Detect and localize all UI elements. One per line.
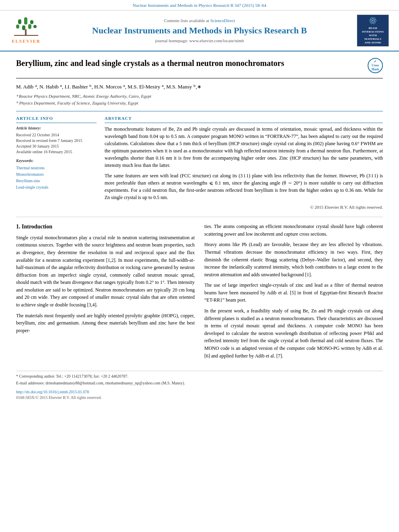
cover-image: BEAMINTERACTIONSWITHMATERIALSAND ATOMS bbox=[357, 14, 389, 47]
intro-heading: 1. Introduction bbox=[16, 223, 195, 231]
body-col-right: ties. The atoms composing an efficient m… bbox=[204, 223, 383, 363]
body-p3: ties. The atoms composing an efficient m… bbox=[204, 223, 383, 238]
journal-url: journal homepage: www.elsevier.com/locat… bbox=[51, 38, 348, 44]
journal-name: Nuclear Instruments and Methods in Physi… bbox=[51, 25, 348, 36]
license-text: 0168-583X/© 2015 Elsevier B.V. All right… bbox=[16, 395, 383, 401]
accepted-date: Accepted 30 January 2015 bbox=[16, 144, 97, 149]
journal-header: ELSEVIER Contents lists available at Sci… bbox=[0, 10, 399, 51]
footnote-email: E-mail addresses: drmohamedmansy88@hotma… bbox=[16, 380, 383, 386]
journal-cover: BEAMINTERACTIONSWITHMATERIALSAND ATOMS bbox=[355, 14, 391, 47]
body-p4: Heavy atoms like Pb (Lead) are favorable… bbox=[204, 241, 383, 278]
svg-rect-7 bbox=[25, 29, 27, 35]
doi-link: http://dx.doi.org/10.1016/j.nimb.2015.01… bbox=[16, 389, 383, 395]
keywords-section: Keywords: Thermal neutrons Monochromator… bbox=[16, 158, 97, 191]
keywords-label: Keywords: bbox=[16, 158, 97, 164]
svg-rect-3 bbox=[16, 25, 19, 29]
keyword-3: Beryllium-zinc bbox=[16, 178, 97, 184]
keyword-4: Lead-single crystals bbox=[16, 184, 97, 191]
abstract-panel: Abstract The monochromatic features of B… bbox=[105, 115, 383, 210]
svg-rect-0 bbox=[18, 19, 21, 24]
body-p5: The use of large imperfect single-crysta… bbox=[204, 281, 383, 304]
revised-date: Received in revised form 7 January 2015 bbox=[16, 138, 97, 144]
article-info-title: Article Info bbox=[16, 115, 97, 123]
body-p6: In the present work, a feasibility study… bbox=[204, 307, 383, 359]
footnote-corresponding: * Corresponding author. Tel.: +20 114217… bbox=[16, 374, 383, 379]
publisher-logo: ELSEVIER bbox=[8, 17, 44, 44]
section-divider bbox=[16, 217, 383, 217]
abstract-title: Abstract bbox=[105, 115, 383, 123]
body-text-col2: ties. The atoms composing an efficient m… bbox=[204, 223, 383, 359]
keywords-list: Thermal neutrons Monochromators Berylliu… bbox=[16, 165, 97, 191]
received-date: Received 22 October 2014 bbox=[16, 132, 97, 138]
journal-bar: Nuclear Instruments and Methods in Physi… bbox=[0, 0, 399, 10]
svg-rect-8 bbox=[14, 35, 38, 36]
affiliations: ᵃ Reactor Physics Department, NRC, Atomi… bbox=[16, 93, 383, 107]
svg-point-12 bbox=[372, 20, 373, 21]
svg-rect-4 bbox=[22, 25, 25, 30]
sciencedirect-anchor[interactable]: ScienceDirect bbox=[210, 18, 235, 23]
main-content: Beryllium, zinc and lead single crystals… bbox=[0, 51, 399, 407]
abstract-p2: The same features are seen with lead (FC… bbox=[105, 172, 383, 201]
available-date: Available online 16 February 2015 bbox=[16, 149, 97, 155]
crossmark-area: ✓CrossMark bbox=[363, 58, 383, 73]
copyright-notice: © 2015 Elsevier B.V. All rights reserved… bbox=[105, 204, 383, 210]
article-title-section: Beryllium, zinc and lead single crystals… bbox=[16, 58, 383, 78]
abstract-p1: The monochromatic features of Be, Zn and… bbox=[105, 125, 383, 169]
affiliation-b: ᵇ Physics Department, Faculty of Science… bbox=[16, 100, 383, 106]
svg-rect-6 bbox=[33, 25, 37, 28]
footnotes: * Corresponding author. Tel.: +20 114217… bbox=[16, 371, 383, 401]
elsevier-logo: ELSEVIER bbox=[12, 17, 41, 44]
elsevier-wordmark: ELSEVIER bbox=[12, 38, 41, 44]
svg-rect-1 bbox=[24, 17, 27, 25]
body-p1: Single crystal monochromators play a cru… bbox=[16, 234, 195, 309]
article-title: Beryllium, zinc and lead single crystals… bbox=[16, 58, 363, 68]
svg-rect-2 bbox=[30, 20, 33, 24]
keyword-1: Thermal neutrons bbox=[16, 165, 97, 171]
body-col-left: 1. Introduction Single crystal monochrom… bbox=[16, 223, 195, 363]
journal-citation: Nuclear Instruments and Methods in Physi… bbox=[133, 3, 266, 8]
article-dates: Article history: Received 22 October 201… bbox=[16, 125, 97, 155]
keyword-2: Monochromators bbox=[16, 171, 97, 178]
authors-line: M. Adib ᵃ, N. Habib ᵃ, I.I. Bashter ᵇ, H… bbox=[16, 83, 383, 90]
journal-title-block: Contents lists available at ScienceDirec… bbox=[51, 18, 348, 44]
sciencedirect-link: Contents lists available at ScienceDirec… bbox=[51, 18, 348, 24]
body-text-col1: Single crystal monochromators play a cru… bbox=[16, 234, 195, 335]
history-label: Article history: bbox=[16, 125, 97, 131]
body-two-col: 1. Introduction Single crystal monochrom… bbox=[16, 223, 383, 363]
crossmark-badge: ✓CrossMark bbox=[368, 58, 383, 73]
article-info-abstract: Article Info Article history: Received 2… bbox=[16, 111, 383, 210]
article-info-panel: Article Info Article history: Received 2… bbox=[16, 115, 97, 210]
svg-rect-5 bbox=[28, 24, 31, 29]
affiliation-a: ᵃ Reactor Physics Department, NRC, Atomi… bbox=[16, 93, 383, 99]
beam-icon bbox=[367, 16, 379, 25]
tree-icon bbox=[14, 17, 38, 37]
crossmark-icon: ✓CrossMark bbox=[372, 60, 379, 72]
abstract-text: The monochromatic features of Be, Zn and… bbox=[105, 125, 383, 201]
cover-text: BEAMINTERACTIONSWITHMATERIALSAND ATOMS bbox=[362, 27, 384, 45]
body-p2: The materials most frequently used are h… bbox=[16, 312, 195, 335]
